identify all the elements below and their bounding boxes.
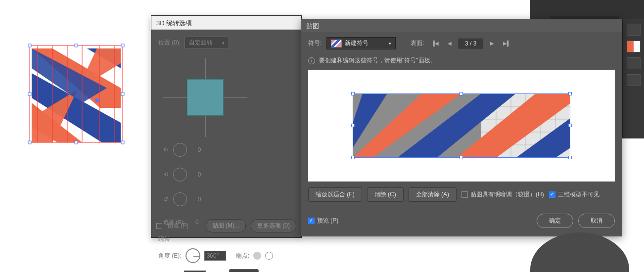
scale-to-fit-button[interactable]: 缩放以适合 (F) [308, 187, 362, 202]
svg-rect-15 [121, 141, 124, 144]
panel-collapsed-icon[interactable] [627, 24, 641, 36]
angle-y-dial[interactable] [173, 168, 187, 181]
invisible-geometry-label: 三维模型不可见 [558, 190, 599, 199]
dialog-title: 3D 绕转选项 [156, 19, 192, 27]
next-surface-button[interactable]: ▶ [488, 40, 496, 47]
info-text: 要创建和编辑这些符号，请使用"符号"面板。 [319, 56, 436, 65]
resize-handle[interactable] [460, 92, 463, 95]
svg-rect-11 [28, 92, 31, 95]
surface-counter[interactable]: 3 / 3 [459, 39, 483, 48]
svg-rect-9 [75, 44, 78, 47]
rotate-x-icon: ↻ [163, 146, 170, 153]
angle-z-dial[interactable] [173, 192, 187, 206]
cap-off-icon[interactable] [265, 252, 273, 260]
panel-collapsed-icon[interactable] [627, 41, 641, 52]
resize-handle[interactable] [351, 156, 355, 159]
angle-x-dial[interactable] [173, 143, 187, 157]
resize-handle[interactable] [568, 92, 572, 95]
dialog-titlebar[interactable]: 3D 绕转选项 [151, 16, 301, 30]
watermark-shape [530, 232, 629, 272]
rotation-cube[interactable] [187, 79, 224, 116]
symbol-swatch-icon [331, 40, 342, 47]
position-dropdown[interactable]: 自定旋转 ▾ [184, 37, 229, 49]
art-bounding-box[interactable] [353, 93, 570, 158]
resize-handle[interactable] [568, 124, 572, 127]
angle-y-value[interactable]: 0 [190, 170, 209, 180]
surface-label: 表面: [411, 39, 424, 47]
rotation-cube-preview[interactable] [163, 58, 247, 137]
angle-z-value[interactable]: 0 [190, 194, 209, 204]
invisible-geometry-checkbox[interactable] [549, 191, 555, 198]
map-art-preview[interactable] [308, 70, 615, 181]
preview-label: 预览 (P) [317, 217, 338, 225]
angle-label: 角度 (E): [158, 252, 182, 260]
resize-handle[interactable] [351, 92, 355, 95]
svg-rect-12 [121, 92, 124, 95]
panel-collapsed-icon[interactable] [627, 57, 641, 69]
resize-handle[interactable] [568, 156, 572, 159]
revolve-section-title: 绕转 [158, 235, 294, 243]
dialog-title: 贴图 [306, 22, 319, 30]
revolve-angle-input[interactable]: 360° [204, 251, 226, 261]
cancel-button[interactable]: 取消 [578, 214, 615, 228]
prev-surface-button[interactable]: ◀ [446, 40, 454, 47]
preview-checkbox[interactable] [156, 223, 162, 229]
shade-artwork-checkbox[interactable] [461, 191, 468, 198]
from-edge-dropdown[interactable]: 左边 ▾ [229, 269, 259, 272]
rotate-z-icon: ↺ [163, 196, 170, 203]
last-surface-button[interactable]: ▶▌ [501, 40, 512, 47]
clear-all-button[interactable]: 全部清除 (A) [409, 187, 457, 202]
symbol-label: 符号: [308, 39, 322, 47]
svg-rect-14 [75, 141, 78, 144]
preview-checkbox[interactable] [308, 218, 315, 224]
chevron-down-icon: ▾ [222, 41, 225, 45]
canvas-selection-preview [28, 44, 125, 144]
svg-point-16 [95, 98, 99, 102]
svg-rect-13 [28, 141, 31, 144]
resize-handle[interactable] [460, 156, 463, 159]
ok-button[interactable]: 确定 [537, 214, 573, 228]
panel-collapsed-icon[interactable] [627, 74, 641, 86]
preview-label: 预览 (P) [167, 222, 188, 230]
shade-artwork-label: 贴图具有明暗调（较慢）(H) [470, 190, 544, 199]
cap-label: 端点: [236, 252, 249, 260]
map-art-button[interactable]: 贴图 (M)... [206, 219, 246, 232]
offset-input[interactable]: 0 pt [184, 271, 206, 272]
more-options-button[interactable]: 更多选项 (0) [251, 219, 296, 232]
clear-button[interactable]: 清除 (C) [367, 187, 404, 202]
chevron-down-icon: ▾ [389, 41, 391, 46]
angle-x-value[interactable]: 0 [190, 145, 209, 155]
symbol-dropdown[interactable]: 新建符号 ▾ [326, 37, 396, 49]
dialog-3d-revolve-options: 3D 绕转选项 位置 (0): 自定旋转 ▾ ↻ 0 [151, 15, 302, 238]
revolve-angle-dial[interactable] [185, 248, 200, 263]
svg-rect-10 [121, 44, 124, 47]
position-label: 位置 (0): [158, 39, 181, 47]
cap-on-icon[interactable] [253, 252, 261, 260]
resize-handle[interactable] [351, 124, 355, 127]
svg-rect-8 [28, 44, 31, 47]
info-icon: i [308, 57, 315, 64]
dialog-map-art: 贴图 符号: 新建符号 ▾ 表面: ▐◀ ◀ 3 / 3 ▶ ▶▌ i 要创建和… [301, 19, 622, 236]
rotate-y-icon: ⟲ [163, 171, 170, 178]
dialog-titlebar[interactable]: 贴图 [301, 19, 622, 32]
first-surface-button[interactable]: ▐◀ [429, 40, 441, 47]
